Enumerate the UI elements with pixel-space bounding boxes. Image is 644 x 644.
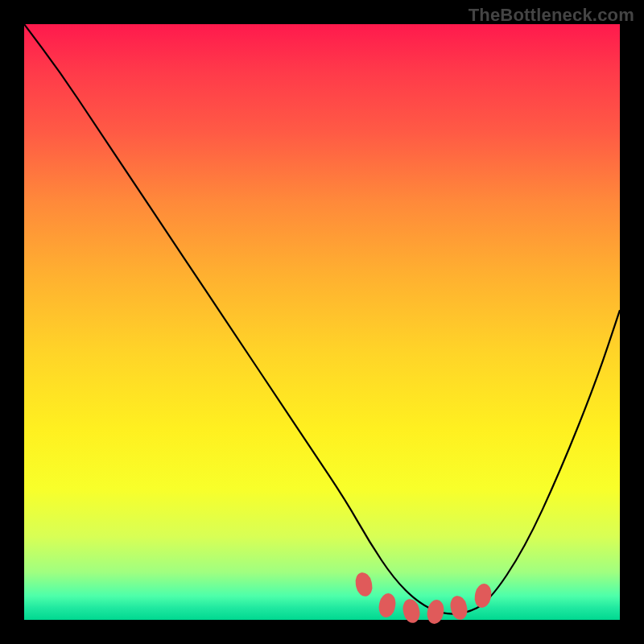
chart-plot-area — [24, 24, 620, 620]
watermark-text: TheBottleneck.com — [469, 5, 634, 26]
bottleneck-curve-line — [24, 24, 620, 620]
